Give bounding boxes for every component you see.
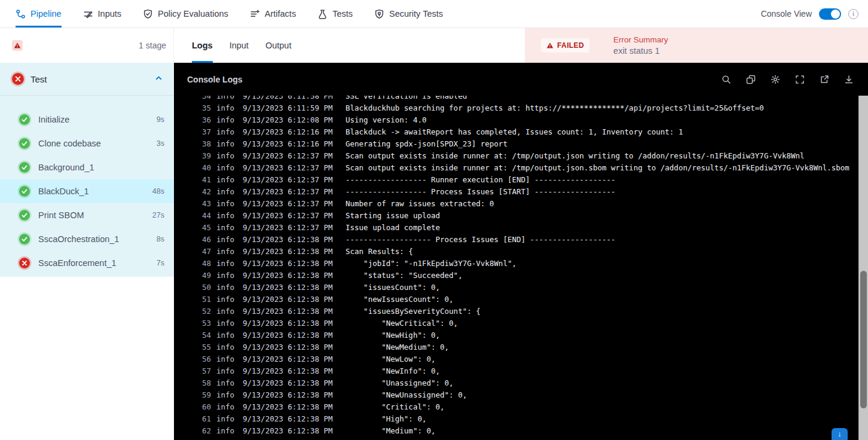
log-timestamp: 9/13/2023 6:12:37 PM — [243, 186, 346, 198]
step-row[interactable]: Background_1 — [0, 155, 174, 179]
log-message: "issuesBySeverityCount": { — [346, 305, 481, 317]
error-summary-message: exit status 1 — [613, 46, 668, 56]
nav-tab-pipeline[interactable]: Pipeline — [16, 0, 62, 28]
log-timestamp: 9/13/2023 6:12:16 PM — [243, 126, 346, 138]
step-row[interactable]: Clone codebase 3s — [0, 132, 174, 155]
copy-icon[interactable] — [746, 75, 756, 84]
step-name: SscaOrchestration_1 — [38, 234, 119, 244]
log-level: info — [216, 246, 239, 258]
nav-tab-label: Artifacts — [265, 9, 296, 19]
pipeline-icon — [16, 9, 26, 19]
log-timestamp: 9/13/2023 6:12:37 PM — [243, 150, 346, 162]
console-view-toggle[interactable] — [819, 8, 841, 20]
console-scrollbar[interactable] — [858, 96, 868, 440]
log-line-number: 48 — [188, 258, 211, 270]
scrollbar-thumb[interactable] — [860, 271, 867, 408]
log-level: info — [216, 210, 239, 222]
log-line-number: 38 — [188, 138, 211, 150]
main-panel: Logs Input Output FAILED Error Summary e… — [174, 28, 868, 440]
log-timestamp: 9/13/2023 6:12:38 PM — [243, 341, 346, 353]
log-message: SSL verification is enabled — [346, 96, 467, 102]
log-level: info — [216, 150, 239, 162]
toggle-knob — [831, 10, 840, 19]
step-duration: 3s — [157, 139, 164, 148]
log-timestamp: 9/13/2023 6:12:38 PM — [243, 401, 346, 413]
open-in-new-icon[interactable] — [820, 75, 829, 84]
console-log-viewport[interactable]: 34 info 9/13/2023 6:11:58 PM SSL verific… — [174, 96, 868, 440]
log-message: "Critical": 0, — [346, 401, 445, 413]
info-icon[interactable]: i — [848, 9, 858, 19]
log-line-number: 62 — [188, 425, 211, 437]
log-row: 62 info 9/13/2023 6:12:38 PM "Medium": 0… — [188, 425, 868, 437]
log-line-number: 60 — [188, 401, 211, 413]
step-row[interactable]: SscaOrchestration_1 8s — [0, 227, 174, 251]
log-level: info — [216, 305, 239, 317]
step-success-icon — [19, 162, 30, 173]
nav-tab-tests[interactable]: Tests — [317, 0, 353, 28]
log-tab[interactable]: Input — [230, 28, 249, 63]
log-row: 43 info 9/13/2023 6:12:37 PM Number of r… — [188, 198, 868, 210]
log-row: 42 info 9/13/2023 6:12:37 PM -----------… — [188, 186, 868, 198]
nav-tab-policy-evaluations[interactable]: Policy Evaluations — [143, 0, 228, 28]
console-view-label: Console View — [761, 9, 812, 19]
download-icon[interactable] — [844, 75, 854, 84]
chevron-up-icon[interactable] — [154, 74, 163, 85]
log-line-number: 59 — [188, 389, 211, 401]
log-timestamp: 9/13/2023 6:12:38 PM — [243, 365, 346, 377]
step-duration: 8s — [157, 235, 164, 243]
step-row[interactable]: SscaEnforcement_1 7s — [0, 251, 174, 275]
step-name: Background_1 — [38, 163, 94, 172]
log-level: info — [216, 329, 239, 341]
settings-gear-icon[interactable] — [771, 75, 780, 84]
nav-tab-security-tests[interactable]: Security Tests — [374, 0, 443, 28]
log-row: 39 info 9/13/2023 6:12:37 PM Scan output… — [188, 150, 868, 162]
log-timestamp: 9/13/2023 6:12:37 PM — [243, 222, 346, 234]
log-message: Scan output exists inside runner at: /tm… — [346, 150, 805, 162]
nav-tab-artifacts[interactable]: Artifacts — [250, 0, 296, 28]
console-title: Console Logs — [187, 75, 243, 84]
nav-tab-label: Pipeline — [30, 9, 62, 19]
log-message: Generating spdx-json[SPDX_23] report — [346, 138, 508, 150]
log-tab[interactable]: Logs — [192, 28, 213, 63]
log-line-number: 36 — [188, 114, 211, 126]
log-row: 60 info 9/13/2023 6:12:38 PM "Critical":… — [188, 401, 868, 413]
warning-triangle-icon — [14, 42, 21, 49]
log-line-number: 55 — [188, 341, 211, 353]
fullscreen-icon[interactable] — [795, 75, 805, 84]
log-level: info — [216, 365, 239, 377]
log-timestamp: 9/13/2023 6:11:59 PM — [243, 102, 346, 114]
log-line-number: 35 — [188, 102, 211, 114]
inputs-icon — [83, 9, 93, 19]
log-row: 59 info 9/13/2023 6:12:38 PM "NewUnassig… — [188, 389, 868, 401]
log-message: Blackduckhub searching for projects at: … — [346, 102, 764, 114]
search-icon[interactable] — [722, 75, 731, 84]
log-row: 48 info 9/13/2023 6:12:38 PM "jobId": "-… — [188, 258, 868, 270]
scroll-to-bottom-button[interactable]: ↓ — [832, 428, 848, 440]
log-level: info — [216, 114, 239, 126]
log-row: 54 info 9/13/2023 6:12:38 PM "NewHigh": … — [188, 329, 868, 341]
log-timestamp: 9/13/2023 6:12:38 PM — [243, 305, 346, 317]
log-level: info — [216, 234, 239, 246]
log-tab[interactable]: Output — [265, 28, 292, 63]
nav-tab-inputs[interactable]: Inputs — [83, 0, 122, 28]
log-level: info — [216, 401, 239, 413]
log-level: info — [216, 222, 239, 234]
log-row: 51 info 9/13/2023 6:12:38 PM "newIssuesC… — [188, 294, 868, 305]
log-timestamp: 9/13/2023 6:12:08 PM — [243, 114, 346, 126]
step-row[interactable]: Initialize 9s — [0, 108, 174, 132]
log-line-number: 41 — [188, 174, 211, 186]
log-line-number: 58 — [188, 377, 211, 389]
log-row: 57 info 9/13/2023 6:12:38 PM "NewInfo": … — [188, 365, 868, 377]
step-name: Print SBOM — [38, 210, 84, 220]
log-row: 41 info 9/13/2023 6:12:37 PM -----------… — [188, 174, 868, 186]
stage-header-test[interactable]: Test — [0, 63, 174, 96]
step-list: Initialize 9s Clone codebase 3s Backgrou… — [0, 96, 174, 275]
main-top-bar: Logs Input Output FAILED Error Summary e… — [174, 28, 868, 63]
step-row[interactable]: BlackDuck_1 48s — [0, 179, 174, 203]
log-message: "NewMedium": 0, — [346, 341, 449, 353]
log-row: 52 info 9/13/2023 6:12:38 PM "issuesBySe… — [188, 305, 868, 317]
artifacts-icon — [250, 9, 260, 19]
log-level: info — [216, 425, 239, 437]
step-row[interactable]: Print SBOM 27s — [0, 203, 174, 227]
log-timestamp: 9/13/2023 6:12:38 PM — [243, 270, 346, 282]
